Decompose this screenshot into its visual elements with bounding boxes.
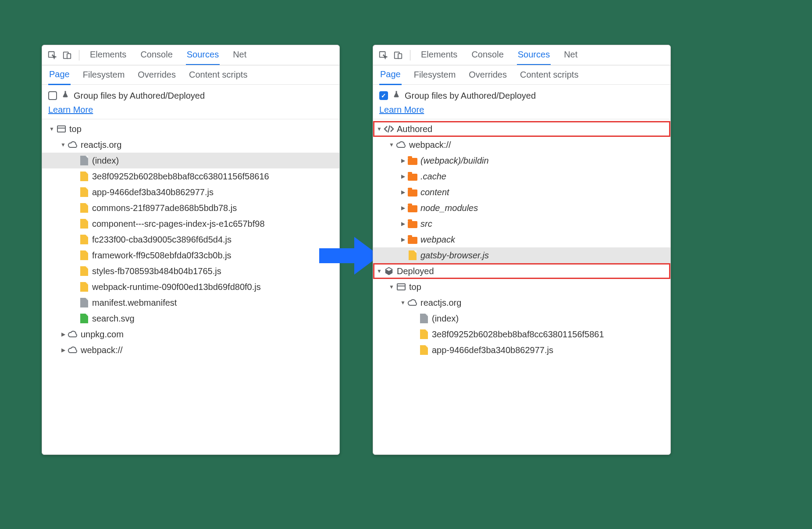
transition-arrow-icon <box>319 236 381 275</box>
file-item[interactable]: 3e8f09252b6028beb8baf8cc63801156f58616 <box>42 168 339 184</box>
subtab-content-scripts[interactable]: Content scripts <box>188 65 248 84</box>
folder-item[interactable]: node_modules <box>373 200 670 216</box>
group-by-checkbox[interactable] <box>48 91 57 100</box>
inspect-icon[interactable] <box>47 50 57 60</box>
divider <box>410 50 410 61</box>
devtools-topbar: Elements Console Sources Net <box>373 45 670 65</box>
device-toggle-icon[interactable] <box>62 50 72 60</box>
file-item[interactable]: component---src-pages-index-js-e1c657bf9… <box>42 216 339 232</box>
file-gatsby-browser[interactable]: gatsby-browser.js <box>373 247 670 263</box>
tree-domain-unpkg[interactable]: unpkg.com <box>42 326 339 342</box>
subtab-filesystem[interactable]: Filesystem <box>413 65 457 84</box>
frame-icon <box>397 283 406 290</box>
file-item[interactable]: commons-21f8977ade868b5bdb78.js <box>42 200 339 216</box>
file-icon <box>409 250 417 260</box>
file-item[interactable]: 3e8f09252b6028beb8baf8cc63801156f5861 <box>373 326 670 342</box>
file-icon <box>80 203 88 213</box>
folder-item[interactable]: .cache <box>373 168 670 184</box>
group-by-label: Group files by Authored/Deployed <box>405 89 536 102</box>
devtools-panel-after: Elements Console Sources Net Page Filesy… <box>373 45 671 455</box>
file-index[interactable]: (index) <box>373 311 670 326</box>
cloud-icon <box>407 297 418 308</box>
subtab-page[interactable]: Page <box>48 65 71 85</box>
svg-rect-2 <box>67 54 71 58</box>
tab-elements[interactable]: Elements <box>89 45 127 65</box>
cloud-icon <box>68 139 78 150</box>
file-item[interactable]: framework-ff9c508ebfda0f33cb0b.js <box>42 247 339 263</box>
folder-icon <box>408 158 417 165</box>
tree-domain-reactjs[interactable]: reactjs.org <box>373 295 670 311</box>
subtab-overrides[interactable]: Overrides <box>468 65 508 84</box>
file-icon <box>80 314 88 323</box>
file-icon <box>80 219 88 229</box>
file-icon <box>420 329 428 339</box>
svg-rect-5 <box>398 54 402 58</box>
tab-console[interactable]: Console <box>139 45 173 65</box>
tab-console[interactable]: Console <box>470 45 504 65</box>
file-item[interactable]: styles-fb708593b484b04b1765.js <box>42 263 339 279</box>
file-icon <box>80 187 88 197</box>
group-by-section: Group files by Authored/Deployed Learn M… <box>373 85 670 119</box>
deployed-group[interactable]: Deployed <box>373 263 670 279</box>
folder-item[interactable]: src <box>373 216 670 232</box>
file-icon <box>420 345 428 355</box>
folder-icon <box>408 221 417 228</box>
inspect-icon[interactable] <box>378 50 388 60</box>
file-item[interactable]: webpack-runtime-090f00ed13bd69fd80f0.js <box>42 279 339 295</box>
device-toggle-icon[interactable] <box>393 50 403 60</box>
cloud-icon <box>68 345 78 355</box>
subtab-filesystem[interactable]: Filesystem <box>82 65 126 84</box>
file-item[interactable]: manifest.webmanifest <box>42 295 339 311</box>
tree-domain-webpack[interactable]: webpack:// <box>42 342 339 358</box>
frame-icon <box>57 125 66 132</box>
tab-network-clipped[interactable]: Net <box>563 45 578 65</box>
tab-sources[interactable]: Sources <box>517 45 551 65</box>
tree-domain-reactjs[interactable]: reactjs.org <box>42 137 339 153</box>
subtab-page[interactable]: Page <box>379 65 402 85</box>
file-tree-left: top reactjs.org (index) 3e8f09252b6028be… <box>42 119 339 454</box>
file-item[interactable]: app-9466def3ba340b862977.js <box>42 184 339 200</box>
cloud-icon <box>396 139 406 150</box>
folder-item[interactable]: webpack <box>373 232 670 247</box>
file-index[interactable]: (index) <box>42 153 339 168</box>
folder-icon <box>408 174 417 181</box>
file-icon <box>80 250 88 260</box>
flask-icon <box>392 89 400 102</box>
tree-top[interactable]: top <box>42 121 339 137</box>
authored-group[interactable]: Authored <box>373 121 670 137</box>
file-item[interactable]: search.svg <box>42 311 339 326</box>
file-icon <box>80 266 88 276</box>
folder-item[interactable]: (webpack)/buildin <box>373 153 670 168</box>
sources-subtabs: Page Filesystem Overrides Content script… <box>42 65 339 85</box>
devtools-topbar: Elements Console Sources Net <box>42 45 339 65</box>
group-by-section: Group files by Authored/Deployed Learn M… <box>42 85 339 119</box>
folder-item[interactable]: content <box>373 184 670 200</box>
file-icon <box>80 235 88 244</box>
tab-network-clipped[interactable]: Net <box>232 45 247 65</box>
group-by-checkbox[interactable] <box>379 91 388 100</box>
divider <box>79 50 79 61</box>
learn-more-link[interactable]: Learn More <box>379 103 424 116</box>
cube-icon <box>384 266 394 276</box>
folder-icon <box>408 189 417 197</box>
folder-icon <box>408 237 417 244</box>
learn-more-link[interactable]: Learn More <box>48 103 93 116</box>
file-icon <box>420 314 428 323</box>
sources-subtabs: Page Filesystem Overrides Content script… <box>373 65 670 85</box>
file-icon <box>80 172 88 181</box>
file-item[interactable]: fc233f00-cba3d9005c3896f6d5d4.js <box>42 232 339 247</box>
file-icon <box>80 282 88 292</box>
file-tree-right: Authored webpack:// (webpack)/buildin .c… <box>373 119 670 454</box>
devtools-panel-before: Elements Console Sources Net Page Filesy… <box>42 45 340 455</box>
tab-elements[interactable]: Elements <box>420 45 458 65</box>
subtab-content-scripts[interactable]: Content scripts <box>519 65 579 84</box>
file-item[interactable]: app-9466def3ba340b862977.js <box>373 342 670 358</box>
tree-top[interactable]: top <box>373 279 670 295</box>
folder-icon <box>408 205 417 212</box>
flask-icon <box>61 89 69 102</box>
tree-webpack[interactable]: webpack:// <box>373 137 670 153</box>
subtab-overrides[interactable]: Overrides <box>137 65 177 84</box>
file-icon <box>80 156 88 165</box>
cloud-icon <box>68 329 78 340</box>
tab-sources[interactable]: Sources <box>186 45 220 65</box>
